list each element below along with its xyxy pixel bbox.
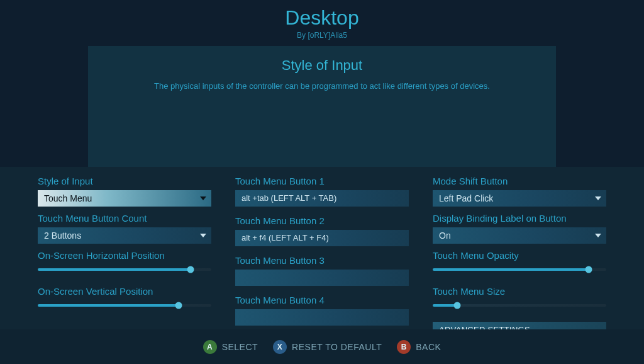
- chevron-down-icon: [200, 196, 206, 200]
- slider-thumb[interactable]: [586, 266, 592, 273]
- opacity-slider[interactable]: [433, 264, 606, 275]
- mode-shift-label: Mode Shift Button: [433, 176, 606, 186]
- button-3-binding[interactable]: [235, 270, 409, 286]
- page-title: Desktop: [0, 6, 644, 30]
- slider-thumb[interactable]: [453, 302, 460, 309]
- button-3-label: Touch Menu Button 3: [235, 255, 409, 266]
- slider-thumb[interactable]: [175, 302, 182, 309]
- slider-fill: [433, 268, 589, 271]
- slider-fill: [38, 304, 179, 307]
- style-of-input-label: Style of Input: [38, 176, 211, 186]
- column-middle: Touch Menu Button 1 alt +tab (LEFT ALT +…: [235, 176, 409, 329]
- info-description: The physical inputs of the controller ca…: [101, 81, 543, 91]
- button-count-dropdown[interactable]: 2 Buttons: [38, 227, 211, 244]
- vertical-position-slider[interactable]: [38, 300, 211, 310]
- button-2-binding[interactable]: alt + f4 (LEFT ALT + F4): [235, 230, 409, 246]
- column-right: Mode Shift Button Left Pad Click Display…: [433, 176, 606, 329]
- button-1-binding[interactable]: alt +tab (LEFT ALT + TAB): [235, 190, 409, 207]
- config-area: Style of Input Touch Menu Touch Menu But…: [0, 167, 644, 329]
- button-2-label: Touch Menu Button 2: [235, 215, 409, 226]
- footer-back[interactable]: B BACK: [397, 340, 441, 354]
- page-subtitle: By [oRLY]Alia5: [0, 31, 644, 40]
- chevron-down-icon: [595, 196, 601, 200]
- button-count-label: Touch Menu Button Count: [38, 213, 211, 224]
- footer-reset-label: RESET TO DEFAULT: [292, 342, 382, 352]
- mode-shift-dropdown[interactable]: Left Pad Click: [433, 190, 606, 207]
- a-button-icon: A: [203, 340, 217, 354]
- footer-select-label: SELECT: [222, 342, 258, 352]
- size-label: Touch Menu Size: [433, 286, 606, 297]
- column-left: Style of Input Touch Menu Touch Menu But…: [38, 176, 211, 329]
- mode-shift-value: Left Pad Click: [439, 193, 493, 203]
- display-binding-value: On: [439, 230, 451, 241]
- info-panel: Style of Input The physical inputs of th…: [88, 46, 556, 172]
- button-4-binding[interactable]: [235, 309, 409, 326]
- button-1-label: Touch Menu Button 1: [235, 176, 409, 186]
- b-button-icon: B: [397, 340, 411, 354]
- x-button-icon: X: [273, 340, 287, 354]
- style-of-input-dropdown[interactable]: Touch Menu: [38, 190, 211, 207]
- display-binding-label: Display Binding Label on Button: [433, 213, 606, 224]
- display-binding-dropdown[interactable]: On: [433, 227, 606, 244]
- chevron-down-icon: [200, 234, 206, 237]
- vertical-position-label: On-Screen Vertical Position: [38, 286, 211, 297]
- button-4-label: Touch Menu Button 4: [235, 295, 409, 305]
- size-slider[interactable]: [433, 300, 606, 310]
- style-of-input-value: Touch Menu: [44, 193, 92, 203]
- opacity-label: Touch Menu Opacity: [433, 250, 606, 261]
- slider-thumb[interactable]: [187, 266, 194, 273]
- footer-back-label: BACK: [416, 342, 441, 352]
- footer-reset[interactable]: X RESET TO DEFAULT: [273, 340, 382, 354]
- horizontal-position-slider[interactable]: [38, 264, 211, 275]
- info-title: Style of Input: [101, 57, 543, 74]
- horizontal-position-label: On-Screen Horizontal Position: [38, 250, 211, 261]
- footer: A SELECT X RESET TO DEFAULT B BACK: [0, 329, 644, 364]
- slider-fill: [38, 268, 191, 271]
- footer-select[interactable]: A SELECT: [203, 340, 258, 354]
- chevron-down-icon: [595, 234, 601, 237]
- button-count-value: 2 Buttons: [44, 230, 81, 241]
- header: Desktop By [oRLY]Alia5: [0, 0, 644, 40]
